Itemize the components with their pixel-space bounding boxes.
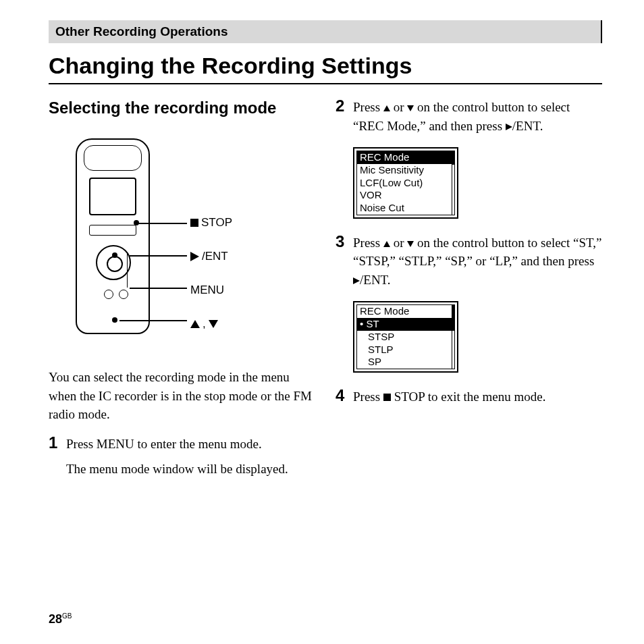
- label-updown: ,: [190, 317, 232, 331]
- lcd-line: LCF(Low Cut): [357, 177, 454, 190]
- lead-dot: [112, 252, 117, 258]
- dpad-center: [107, 256, 123, 272]
- lead-dot: [112, 317, 117, 323]
- up-icon: [383, 241, 390, 247]
- up-icon: [383, 105, 390, 111]
- lead-line: [130, 255, 187, 257]
- page-title: Changing the Recording Settings: [49, 43, 602, 84]
- lead-line: [119, 320, 187, 321]
- lcd-line: Noise Cut: [357, 202, 454, 215]
- button-bar: [89, 225, 136, 236]
- dpad: [96, 245, 131, 280]
- lead-dot: [134, 220, 139, 225]
- lcd-line: Mic Sensitivity: [357, 164, 454, 177]
- down-icon: [209, 320, 218, 328]
- label-text: STOP: [201, 216, 232, 230]
- step-text: Press or on the control button to select…: [353, 98, 602, 135]
- mic-grille: [84, 145, 142, 171]
- lcd-screenshot-2: REC Mode • ST STSP STLP SP: [353, 301, 458, 373]
- lcd-line: STSP: [357, 331, 454, 344]
- lcd-line: REC Mode: [357, 151, 454, 164]
- step-3: 3 Press or on the control button to sele…: [336, 234, 602, 290]
- step-text: Press MENU to enter the menu mode.: [66, 435, 315, 454]
- step-number: 1: [49, 435, 62, 454]
- down-icon: [407, 241, 414, 247]
- step-number: 3: [336, 234, 349, 290]
- step-2: 2 Press or on the control button to sele…: [336, 98, 602, 135]
- section-header: Other Recording Operations: [49, 20, 602, 43]
- label-text: MENU: [190, 284, 224, 297]
- play-icon: [506, 124, 512, 130]
- lead-line: [130, 288, 187, 289]
- label-ent: /ENT: [190, 250, 232, 263]
- step-text: Press or on the control button to select…: [353, 234, 602, 290]
- subheading: Selecting the recording mode: [49, 98, 315, 118]
- lcd-screenshot-1: REC Mode Mic Sensitivity LCF(Low Cut) VO…: [353, 147, 458, 219]
- step-4: 4 Press STOP to exit the menu mode.: [336, 387, 602, 406]
- lead-curve: [127, 252, 132, 288]
- device-figure: STOP /ENT MENU ,: [49, 132, 315, 354]
- stop-icon: [190, 219, 198, 227]
- small-button-2: [119, 290, 128, 299]
- step-text: Press STOP to exit the menu mode.: [353, 387, 602, 406]
- step-number: 2: [336, 98, 349, 135]
- up-icon: [190, 320, 200, 328]
- device-lcd: [89, 178, 136, 215]
- lcd-line: STLP: [357, 344, 454, 356]
- lcd-line: • ST: [357, 318, 454, 331]
- page-number: 28GB: [49, 612, 72, 626]
- scrollbar: [452, 151, 454, 215]
- small-button-1: [104, 290, 113, 299]
- play-icon: [353, 277, 360, 284]
- label-menu: MENU: [190, 284, 232, 297]
- play-icon: [190, 252, 199, 261]
- stop-icon: [383, 394, 391, 401]
- step-number: 4: [336, 387, 349, 406]
- lcd-line: SP: [357, 356, 454, 369]
- lead-line: [136, 223, 187, 224]
- intro-text: You can select the recording mode in the…: [49, 368, 315, 424]
- down-icon: [407, 105, 414, 111]
- lcd-line: VOR: [357, 189, 454, 202]
- lcd-line: REC Mode: [357, 305, 454, 318]
- scrollbar: [452, 305, 454, 369]
- step-1: 1 Press MENU to enter the menu mode.: [49, 435, 315, 454]
- label-stop: STOP: [190, 216, 232, 230]
- step-1-sub: The menu mode window will be displayed.: [66, 460, 315, 479]
- label-text: /ENT: [202, 250, 228, 263]
